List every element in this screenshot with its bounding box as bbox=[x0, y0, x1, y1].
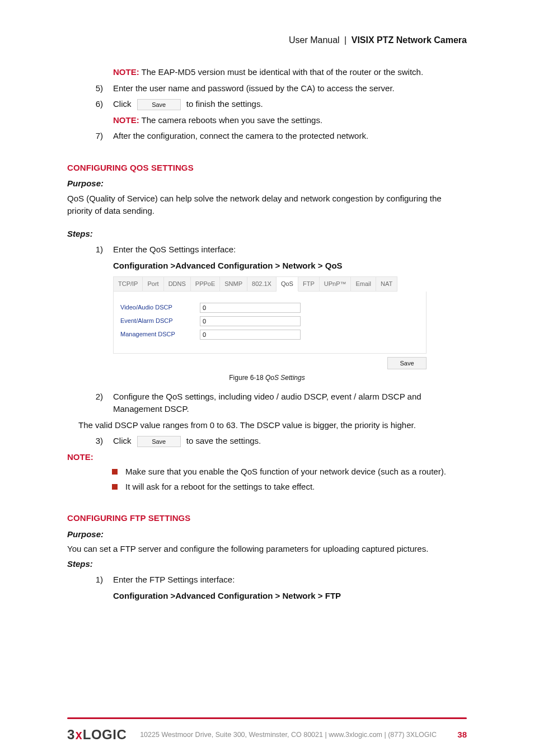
steps-label: Steps: bbox=[67, 228, 467, 241]
step-6-post: to finish the settings. bbox=[186, 99, 263, 109]
logo-text-3: 3 bbox=[67, 727, 75, 742]
spacer bbox=[90, 114, 103, 127]
bullet-item: It will ask for a reboot for the setting… bbox=[112, 481, 467, 494]
tab-upnp[interactable]: UPnP™ bbox=[320, 276, 352, 292]
header-product-name: VISIX PTZ Network Camera bbox=[352, 35, 467, 45]
footer-rule bbox=[67, 717, 467, 719]
ftp-step-num-1: 1) bbox=[90, 574, 103, 586]
qos-step-num-2: 2) bbox=[90, 391, 103, 416]
note-label: NOTE: bbox=[113, 115, 139, 125]
step-7-text: After the configuration, connect the cam… bbox=[113, 130, 467, 143]
heading-ftp: CONFIGURING FTP SETTINGS bbox=[67, 512, 467, 525]
tab-snmp[interactable]: SNMP bbox=[220, 276, 247, 292]
step-6-pre: Click bbox=[113, 99, 132, 109]
purpose-label: Purpose: bbox=[67, 528, 467, 541]
note-reboot: NOTE: The camera reboots when you save t… bbox=[113, 114, 467, 127]
qos-step-2-text: Configure the QoS settings, including vi… bbox=[113, 391, 467, 416]
footer-address: 10225 Westmoor Drive, Suite 300, Westmin… bbox=[138, 730, 439, 740]
row-event-alarm-dscp: Event/Alarm DSCP 0 bbox=[120, 316, 419, 326]
note-text: The camera reboots when you save the set… bbox=[142, 115, 323, 125]
purpose-label: Purpose: bbox=[67, 177, 467, 190]
square-bullet-icon bbox=[112, 469, 118, 475]
input-management-dscp[interactable]: 0 bbox=[200, 330, 301, 340]
qos-valid-range: The valid DSCP value ranges from 0 to 63… bbox=[78, 419, 467, 432]
steps-label: Steps: bbox=[67, 558, 467, 571]
step-5-text: Enter the user name and password (issued… bbox=[113, 82, 467, 95]
save-button[interactable]: Save bbox=[137, 436, 181, 447]
figure-caption-qos: Figure 6-18 QoS Settings bbox=[67, 373, 467, 383]
logo-text-x: x bbox=[76, 725, 82, 745]
tab-port[interactable]: Port bbox=[143, 276, 163, 292]
spacer bbox=[90, 66, 103, 79]
save-button[interactable]: Save bbox=[387, 357, 427, 369]
purpose-text-ftp: You can set a FTP server and configure t… bbox=[67, 543, 467, 556]
note-eap-md5: NOTE: The EAP-MD5 version must be identi… bbox=[113, 66, 467, 79]
bullet-item: Make sure that you enable the QoS functi… bbox=[112, 466, 467, 478]
running-header: User Manual | VISIX PTZ Network Camera bbox=[67, 34, 467, 47]
header-pipe: | bbox=[344, 35, 346, 45]
purpose-text-qos: QoS (Quality of Service) can help solve … bbox=[67, 192, 467, 218]
figure-caption-lead: Figure 6-18 bbox=[229, 374, 265, 382]
figure-save-row: Save bbox=[113, 357, 427, 369]
page-body: User Manual | VISIX PTZ Network Camera N… bbox=[67, 34, 467, 711]
step-num-7: 7) bbox=[90, 130, 103, 143]
step-6-body: Click Save to finish the settings. bbox=[113, 98, 467, 111]
nav-path-ftp: Configuration >Advanced Configuration > … bbox=[113, 590, 467, 603]
row-video-audio-dscp: Video/Audio DSCP 0 bbox=[120, 303, 419, 313]
logo-text-logic: LOGIC bbox=[83, 727, 127, 742]
label-video-audio-dscp: Video/Audio DSCP bbox=[120, 303, 193, 312]
input-event-alarm-dscp[interactable]: 0 bbox=[200, 316, 301, 326]
qos-step-3-post: to save the settings. bbox=[186, 436, 261, 445]
figure-caption-title: QoS Settings bbox=[265, 374, 305, 382]
tab-email[interactable]: Email bbox=[351, 276, 376, 292]
save-button[interactable]: Save bbox=[137, 99, 181, 110]
tab-pppoe[interactable]: PPPoE bbox=[191, 276, 220, 292]
tab-8021x[interactable]: 802.1X bbox=[247, 276, 277, 292]
qos-panel: Video/Audio DSCP 0 Event/Alarm DSCP 0 Ma… bbox=[113, 292, 427, 354]
row-management-dscp: Management DSCP 0 bbox=[120, 330, 419, 340]
qos-step-1-text: Enter the QoS Settings interface: bbox=[113, 243, 467, 256]
bullet-text: It will ask for a reboot for the setting… bbox=[125, 481, 315, 494]
note-text: The EAP-MD5 version must be identical wi… bbox=[142, 67, 424, 77]
bullet-text: Make sure that you enable the QoS functi… bbox=[125, 466, 446, 478]
square-bullet-icon bbox=[112, 484, 118, 490]
qos-step-num-1: 1) bbox=[90, 243, 103, 256]
header-manual-label: User Manual bbox=[289, 35, 340, 45]
heading-qos: CONFIGURING QOS SETTINGS bbox=[67, 162, 467, 175]
qos-step-3-body: Click Save to save the settings. bbox=[113, 435, 467, 448]
tab-nat[interactable]: NAT bbox=[376, 276, 397, 292]
label-event-alarm-dscp: Event/Alarm DSCP bbox=[120, 316, 193, 326]
tab-tcpip[interactable]: TCP/IP bbox=[114, 276, 143, 292]
label-management-dscp: Management DSCP bbox=[120, 330, 193, 339]
qos-step-3-pre: Click bbox=[113, 436, 132, 445]
tab-ftp[interactable]: FTP bbox=[298, 276, 320, 292]
qos-step-num-3: 3) bbox=[90, 435, 103, 448]
step-num-5: 5) bbox=[90, 82, 103, 95]
nav-path-qos: Configuration >Advanced Configuration > … bbox=[113, 260, 467, 273]
tab-qos[interactable]: QoS bbox=[277, 276, 298, 292]
tab-bar: TCP/IP Port DDNS PPPoE SNMP 802.1X QoS F… bbox=[113, 276, 427, 292]
note-label: NOTE: bbox=[67, 451, 467, 464]
brand-logo: 3xLOGIC bbox=[67, 725, 127, 745]
page-number: 38 bbox=[450, 729, 467, 741]
input-video-audio-dscp[interactable]: 0 bbox=[200, 303, 301, 313]
figure-qos-settings: TCP/IP Port DDNS PPPoE SNMP 802.1X QoS F… bbox=[113, 276, 427, 369]
step-num-6: 6) bbox=[90, 98, 103, 111]
tab-ddns[interactable]: DDNS bbox=[164, 276, 191, 292]
footer: 3xLOGIC 10225 Westmoor Drive, Suite 300,… bbox=[67, 725, 467, 745]
note-label: NOTE: bbox=[113, 67, 139, 77]
ftp-step-1-text: Enter the FTP Settings interface: bbox=[113, 574, 467, 586]
